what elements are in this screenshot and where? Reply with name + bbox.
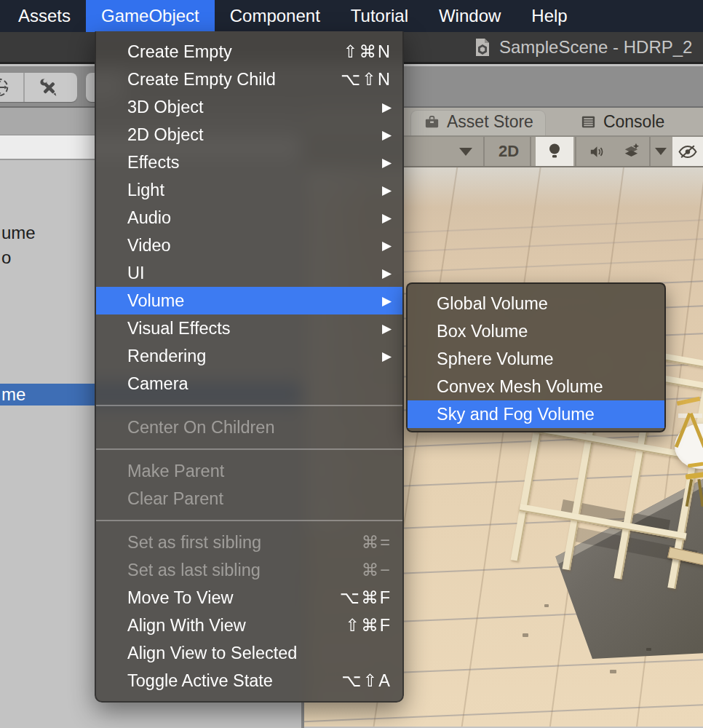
eye-slash-icon: [677, 143, 699, 161]
menu-item-move-to-view[interactable]: Move To View ⌥⌘F: [96, 584, 402, 612]
menu-item-rendering[interactable]: Rendering ▶: [96, 342, 402, 370]
menu-item-make-parent: Make Parent: [96, 457, 402, 485]
menu-item-video[interactable]: Video ▶: [96, 232, 402, 259]
menu-item-effects[interactable]: Effects ▶: [96, 149, 402, 176]
menu-item-visual-effects[interactable]: Visual Effects ▶: [96, 314, 402, 342]
menubar-item-window[interactable]: Window: [424, 0, 516, 32]
hierarchy-item-fragment[interactable]: o: [1, 248, 11, 268]
submenu-arrow-icon: ▶: [382, 183, 392, 197]
menubar-item-help[interactable]: Help: [516, 0, 582, 32]
menubar-item-assets[interactable]: Assets: [3, 0, 86, 32]
menu-item-align-view-to-selected[interactable]: Align View to Selected: [96, 639, 402, 667]
effects-dropdown-button[interactable]: [651, 137, 671, 166]
menu-item-align-with-view[interactable]: Align With View ⇧⌘F: [96, 612, 402, 639]
menu-separator: [96, 405, 402, 406]
asset-store-tab-shape: [410, 110, 546, 135]
2d-toggle-button[interactable]: 2D: [489, 137, 528, 166]
menu-item-set-last-sibling: Set as last sibling ⌘−: [96, 556, 402, 584]
unity-scene-file-icon: [473, 37, 492, 58]
submenu-arrow-icon: ▶: [382, 266, 392, 280]
lighting-toggle-button[interactable]: [536, 137, 573, 166]
menu-item-center-on-children: Center On Children: [96, 414, 402, 441]
menu-item-ui[interactable]: UI ▶: [96, 259, 402, 287]
lightbulb-icon: [547, 142, 562, 161]
move-tool-icon: [0, 76, 10, 98]
console-icon: [580, 114, 597, 130]
menu-item-2d-object[interactable]: 2D Object ▶: [96, 121, 402, 149]
gameobject-menu: Create Empty ⇧⌘N Create Empty Child ⌥⇧N …: [95, 31, 404, 703]
submenu-arrow-icon: ▶: [382, 238, 392, 253]
wrench-pencil-icon: [38, 76, 60, 98]
macos-menubar: Assets GameObject Component Tutorial Win…: [0, 0, 703, 32]
submenu-arrow-icon: ▶: [382, 293, 392, 308]
gizmo-dropdown-button[interactable]: [453, 137, 479, 166]
menu-separator: [96, 520, 402, 521]
volume-submenu: Global Volume Box Volume Sphere Volume C…: [406, 282, 666, 432]
menu-item-camera[interactable]: Camera: [96, 370, 402, 397]
chevron-down-icon: [459, 148, 472, 156]
move-tool-button[interactable]: [0, 73, 23, 102]
effects-toggle-button[interactable]: [616, 137, 648, 166]
layers-sparkle-icon: [622, 142, 641, 161]
submenu-arrow-icon: ▶: [382, 127, 392, 142]
audio-toggle-button[interactable]: [579, 137, 613, 166]
hierarchy-item-fragment[interactable]: ume: [1, 223, 36, 243]
submenu-item-sphere-volume[interactable]: Sphere Volume: [408, 345, 664, 373]
menubar-item-component[interactable]: Component: [215, 0, 335, 32]
menu-item-audio[interactable]: Audio ▶: [96, 204, 402, 232]
menubar-item-gameobject[interactable]: GameObject: [86, 0, 215, 32]
submenu-item-sky-and-fog-volume[interactable]: Sky and Fog Volume: [408, 400, 664, 428]
submenu-arrow-icon: ▶: [382, 349, 392, 363]
menubar-item-tutorial[interactable]: Tutorial: [335, 0, 424, 32]
window-title: SampleScene - HDRP_2: [499, 37, 692, 58]
speaker-icon: [587, 143, 605, 160]
chevron-down-icon: [655, 148, 667, 155]
menu-item-3d-object[interactable]: 3D Object ▶: [96, 93, 402, 121]
menu-item-create-empty-child[interactable]: Create Empty Child ⌥⇧N: [96, 66, 402, 93]
menu-item-volume[interactable]: Volume ▶: [96, 287, 402, 314]
submenu-item-box-volume[interactable]: Box Volume: [408, 317, 664, 345]
unity-editor-window: { "menubar": { "items": [ { "label": "As…: [0, 0, 703, 728]
menu-item-create-empty[interactable]: Create Empty ⇧⌘N: [96, 38, 402, 66]
submenu-item-global-volume[interactable]: Global Volume: [408, 290, 664, 317]
submenu-item-convex-mesh-volume[interactable]: Convex Mesh Volume: [408, 373, 664, 400]
visibility-toggle-button[interactable]: [672, 137, 703, 166]
submenu-arrow-icon: ▶: [382, 100, 392, 114]
submenu-arrow-icon: ▶: [382, 210, 392, 225]
custom-tools-button[interactable]: [25, 73, 73, 102]
menu-item-toggle-active-state[interactable]: Toggle Active State ⌥⇧A: [96, 667, 402, 695]
tab-console[interactable]: Console: [577, 108, 667, 135]
menu-separator: [96, 448, 402, 450]
submenu-arrow-icon: ▶: [382, 155, 392, 170]
menu-item-set-first-sibling: Set as first sibling ⌘=: [96, 529, 402, 556]
submenu-arrow-icon: ▶: [382, 321, 392, 336]
menu-item-clear-parent: Clear Parent: [96, 485, 402, 513]
menu-item-light[interactable]: Light ▶: [96, 176, 402, 204]
